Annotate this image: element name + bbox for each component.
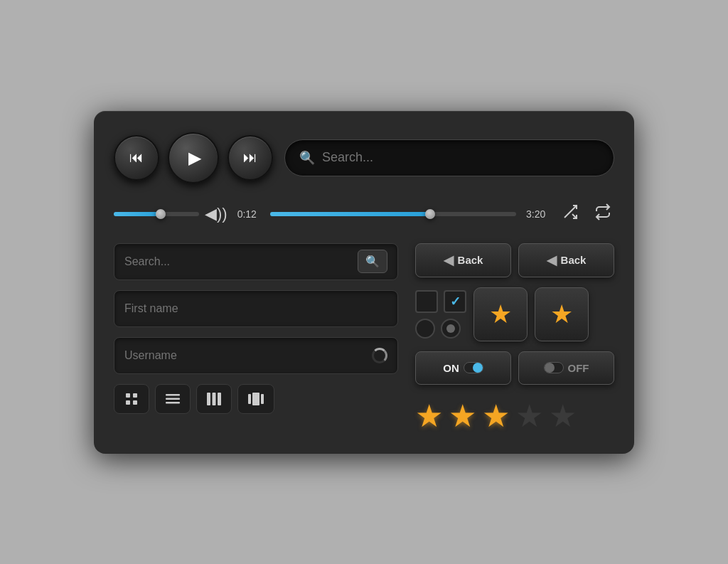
back-arrow-left: ◀ [444, 252, 454, 268]
checkbox-radio-group [415, 290, 466, 339]
back-buttons-row: ◀ Back ◀ Back [415, 243, 614, 277]
on-label: ON [443, 362, 459, 374]
star-rating-row: ★ ★ ★ ★ ★ [415, 395, 614, 434]
toggle-on-button[interactable]: ON [415, 351, 511, 385]
star-5[interactable]: ★ [549, 398, 577, 434]
svg-rect-4 [126, 400, 130, 405]
progress-track[interactable] [270, 212, 516, 216]
main-row: 🔍 [114, 243, 614, 434]
radio-unselected[interactable] [415, 319, 435, 339]
filmstrip-view-button[interactable] [237, 384, 274, 414]
fastforward-icon: ⏭ [243, 149, 257, 166]
grid-icon [124, 392, 139, 406]
view-toggles [114, 384, 398, 414]
toggle-off-button[interactable]: OFF [518, 351, 614, 385]
svg-rect-2 [126, 393, 130, 398]
search-icon: 🔍 [299, 150, 315, 166]
top-row: ⏮ ▶ ⏭ 🔍 [114, 132, 614, 183]
search-bar-top: 🔍 [284, 139, 614, 176]
list-view-button[interactable] [155, 384, 191, 414]
svg-rect-13 [252, 393, 259, 405]
off-indicator [544, 362, 564, 373]
star-buttons-group: ★ ★ [473, 287, 589, 341]
rewind-icon: ⏮ [129, 149, 144, 166]
svg-rect-14 [261, 394, 264, 404]
on-indicator [464, 362, 483, 373]
columns-view-button[interactable] [196, 384, 232, 414]
time-end: 3:20 [526, 208, 549, 220]
back-button-right[interactable]: ◀ Back [518, 243, 614, 277]
rewind-button[interactable]: ⏮ [114, 135, 159, 181]
shuffle-button[interactable] [559, 201, 582, 228]
username-field [114, 337, 398, 374]
svg-rect-8 [166, 402, 180, 404]
ui-panel: ⏮ ▶ ⏭ 🔍 ◀)) 0:12 [94, 111, 634, 454]
columns-icon [207, 393, 221, 405]
volume-thumb[interactable] [156, 209, 166, 219]
star-icon-1: ★ [489, 299, 512, 329]
list-icon [166, 394, 180, 404]
radio-selected[interactable] [441, 319, 461, 339]
svg-rect-7 [166, 398, 180, 400]
star-1[interactable]: ★ [415, 398, 443, 434]
checkbox-checked[interactable] [444, 290, 466, 313]
sound-icon: ◀)) [205, 205, 228, 223]
right-column: ◀ Back ◀ Back [415, 243, 614, 434]
username-input[interactable] [124, 349, 372, 362]
firstname-field [114, 290, 398, 327]
sliders-row: ◀)) 0:12 3:20 [114, 201, 614, 228]
search-submit-button[interactable]: 🔍 [358, 250, 387, 273]
svg-rect-3 [133, 393, 137, 398]
time-start: 0:12 [237, 208, 260, 220]
controls-and-stars: ★ ★ [415, 287, 614, 341]
grid-view-button[interactable] [114, 384, 149, 414]
progress-control [270, 212, 516, 216]
firstname-input[interactable] [124, 302, 387, 315]
star-icon-2: ★ [550, 299, 573, 329]
back-label-left: Back [458, 254, 483, 266]
progress-fill [270, 212, 430, 216]
volume-track[interactable] [114, 212, 199, 216]
svg-rect-6 [166, 394, 180, 396]
play-button[interactable]: ▶ [168, 132, 219, 183]
star-button-1[interactable]: ★ [473, 287, 528, 341]
search-input-top[interactable] [322, 150, 599, 165]
media-buttons: ⏮ ▶ ⏭ [114, 132, 273, 183]
star-button-2[interactable]: ★ [535, 287, 589, 341]
star-2[interactable]: ★ [449, 398, 476, 434]
loading-spinner [372, 348, 387, 363]
back-button-left[interactable]: ◀ Back [415, 243, 511, 277]
toggle-row: ON OFF [415, 351, 614, 385]
search-input-main[interactable] [124, 255, 358, 268]
fastforward-button[interactable]: ⏭ [228, 135, 273, 181]
svg-rect-12 [248, 394, 251, 404]
play-icon: ▶ [188, 148, 201, 168]
progress-thumb[interactable] [425, 209, 435, 219]
back-label-right: Back [561, 254, 587, 266]
star-3[interactable]: ★ [482, 398, 510, 434]
search-field: 🔍 [114, 243, 398, 280]
svg-rect-11 [218, 393, 221, 405]
left-column: 🔍 [114, 243, 398, 434]
back-arrow-right: ◀ [547, 252, 557, 268]
repeat-button[interactable] [592, 201, 614, 228]
filmstrip-icon [248, 393, 264, 405]
svg-rect-5 [133, 400, 137, 405]
volume-control: ◀)) [114, 205, 228, 223]
off-label: OFF [568, 362, 589, 374]
checkbox-unchecked[interactable] [415, 290, 438, 313]
volume-fill [114, 212, 161, 216]
star-4[interactable]: ★ [515, 398, 543, 434]
svg-rect-9 [207, 393, 210, 405]
svg-rect-10 [213, 393, 216, 405]
